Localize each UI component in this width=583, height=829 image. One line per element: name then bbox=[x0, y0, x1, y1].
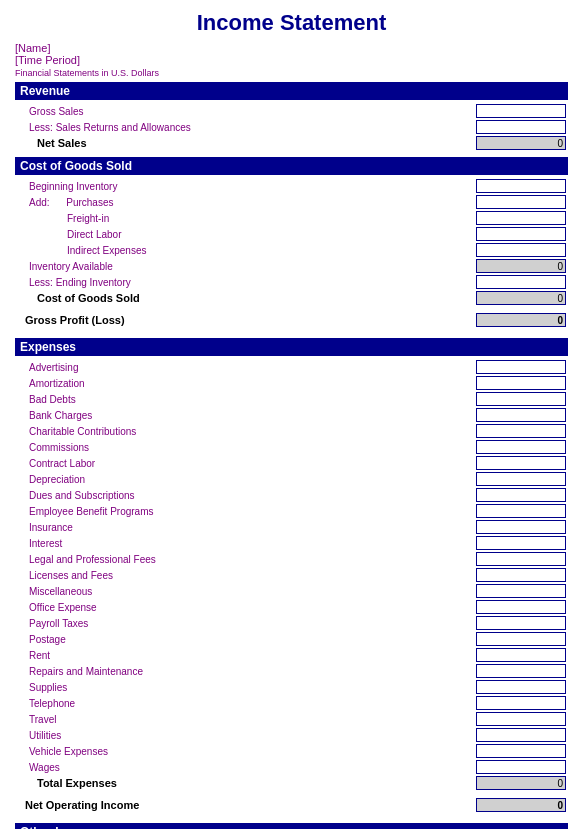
telephone-input[interactable] bbox=[476, 696, 566, 710]
telephone-row: Telephone bbox=[15, 695, 568, 711]
sales-returns-input[interactable] bbox=[476, 120, 566, 134]
net-sales-label: Net Sales bbox=[17, 137, 476, 149]
dues-label: Dues and Subscriptions bbox=[17, 490, 476, 501]
indirect-expenses-row: Indirect Expenses bbox=[15, 242, 568, 258]
inventory-available-input[interactable] bbox=[476, 259, 566, 273]
advertising-input[interactable] bbox=[476, 360, 566, 374]
depreciation-row: Depreciation bbox=[15, 471, 568, 487]
total-expenses-input[interactable] bbox=[476, 776, 566, 790]
net-sales-row: Net Sales bbox=[15, 135, 568, 151]
wages-row: Wages bbox=[15, 759, 568, 775]
commissions-label: Commissions bbox=[17, 442, 476, 453]
contract-labor-input[interactable] bbox=[476, 456, 566, 470]
cogs-total-input[interactable] bbox=[476, 291, 566, 305]
charitable-input[interactable] bbox=[476, 424, 566, 438]
dues-input[interactable] bbox=[476, 488, 566, 502]
dues-row: Dues and Subscriptions bbox=[15, 487, 568, 503]
gross-profit-input[interactable] bbox=[476, 313, 566, 327]
freight-label: Freight-in bbox=[17, 213, 476, 224]
office-expense-label: Office Expense bbox=[17, 602, 476, 613]
office-expense-input[interactable] bbox=[476, 600, 566, 614]
cogs-header: Cost of Goods Sold bbox=[15, 157, 568, 175]
repairs-row: Repairs and Maintenance bbox=[15, 663, 568, 679]
miscellaneous-label: Miscellaneous bbox=[17, 586, 476, 597]
employee-benefit-label: Employee Benefit Programs bbox=[17, 506, 476, 517]
amortization-label: Amortization bbox=[17, 378, 476, 389]
page-title: Income Statement bbox=[15, 10, 568, 36]
postage-input[interactable] bbox=[476, 632, 566, 646]
repairs-input[interactable] bbox=[476, 664, 566, 678]
commissions-input[interactable] bbox=[476, 440, 566, 454]
indirect-expenses-label: Indirect Expenses bbox=[17, 245, 476, 256]
vehicle-input[interactable] bbox=[476, 744, 566, 758]
rent-row: Rent bbox=[15, 647, 568, 663]
bad-debts-input[interactable] bbox=[476, 392, 566, 406]
office-expense-row: Office Expense bbox=[15, 599, 568, 615]
licenses-label: Licenses and Fees bbox=[17, 570, 476, 581]
cogs-total-row: Cost of Goods Sold bbox=[15, 290, 568, 306]
name-field[interactable]: [Name] bbox=[15, 42, 568, 54]
miscellaneous-input[interactable] bbox=[476, 584, 566, 598]
total-expenses-label: Total Expenses bbox=[17, 777, 476, 789]
ending-inventory-label: Less: Ending Inventory bbox=[17, 277, 476, 288]
depreciation-input[interactable] bbox=[476, 472, 566, 486]
sales-returns-label: Less: Sales Returns and Allowances bbox=[17, 122, 476, 133]
net-sales-input[interactable] bbox=[476, 136, 566, 150]
insurance-row: Insurance bbox=[15, 519, 568, 535]
repairs-label: Repairs and Maintenance bbox=[17, 666, 476, 677]
direct-labor-label: Direct Labor bbox=[17, 229, 476, 240]
other-income-header: Other Income bbox=[15, 823, 568, 829]
payroll-taxes-label: Payroll Taxes bbox=[17, 618, 476, 629]
sales-returns-row: Less: Sales Returns and Allowances bbox=[15, 119, 568, 135]
utilities-row: Utilities bbox=[15, 727, 568, 743]
licenses-row: Licenses and Fees bbox=[15, 567, 568, 583]
payroll-taxes-input[interactable] bbox=[476, 616, 566, 630]
bad-debts-label: Bad Debts bbox=[17, 394, 476, 405]
vehicle-row: Vehicle Expenses bbox=[15, 743, 568, 759]
freight-row: Freight-in bbox=[15, 210, 568, 226]
financial-note: Financial Statements in U.S. Dollars bbox=[15, 68, 568, 78]
legal-input[interactable] bbox=[476, 552, 566, 566]
amortization-input[interactable] bbox=[476, 376, 566, 390]
postage-label: Postage bbox=[17, 634, 476, 645]
rent-input[interactable] bbox=[476, 648, 566, 662]
ending-inventory-row: Less: Ending Inventory bbox=[15, 274, 568, 290]
inventory-available-row: Inventory Available bbox=[15, 258, 568, 274]
net-operating-income-input[interactable] bbox=[476, 798, 566, 812]
bad-debts-row: Bad Debts bbox=[15, 391, 568, 407]
period-field[interactable]: [Time Period] bbox=[15, 54, 568, 66]
charitable-row: Charitable Contributions bbox=[15, 423, 568, 439]
travel-label: Travel bbox=[17, 714, 476, 725]
contract-labor-label: Contract Labor bbox=[17, 458, 476, 469]
insurance-input[interactable] bbox=[476, 520, 566, 534]
supplies-label: Supplies bbox=[17, 682, 476, 693]
employee-benefit-input[interactable] bbox=[476, 504, 566, 518]
expenses-header: Expenses bbox=[15, 338, 568, 356]
supplies-input[interactable] bbox=[476, 680, 566, 694]
bank-charges-row: Bank Charges bbox=[15, 407, 568, 423]
gross-sales-row: Gross Sales bbox=[15, 103, 568, 119]
freight-input[interactable] bbox=[476, 211, 566, 225]
direct-labor-row: Direct Labor bbox=[15, 226, 568, 242]
advertising-row: Advertising bbox=[15, 359, 568, 375]
amortization-row: Amortization bbox=[15, 375, 568, 391]
utilities-label: Utilities bbox=[17, 730, 476, 741]
charitable-label: Charitable Contributions bbox=[17, 426, 476, 437]
bank-charges-label: Bank Charges bbox=[17, 410, 476, 421]
legal-label: Legal and Professional Fees bbox=[17, 554, 476, 565]
beginning-inventory-input[interactable] bbox=[476, 179, 566, 193]
purchases-input[interactable] bbox=[476, 195, 566, 209]
legal-row: Legal and Professional Fees bbox=[15, 551, 568, 567]
travel-row: Travel bbox=[15, 711, 568, 727]
ending-inventory-input[interactable] bbox=[476, 275, 566, 289]
bank-charges-input[interactable] bbox=[476, 408, 566, 422]
travel-input[interactable] bbox=[476, 712, 566, 726]
indirect-expenses-input[interactable] bbox=[476, 243, 566, 257]
wages-input[interactable] bbox=[476, 760, 566, 774]
direct-labor-input[interactable] bbox=[476, 227, 566, 241]
utilities-input[interactable] bbox=[476, 728, 566, 742]
gross-sales-input[interactable] bbox=[476, 104, 566, 118]
licenses-input[interactable] bbox=[476, 568, 566, 582]
telephone-label: Telephone bbox=[17, 698, 476, 709]
interest-input[interactable] bbox=[476, 536, 566, 550]
